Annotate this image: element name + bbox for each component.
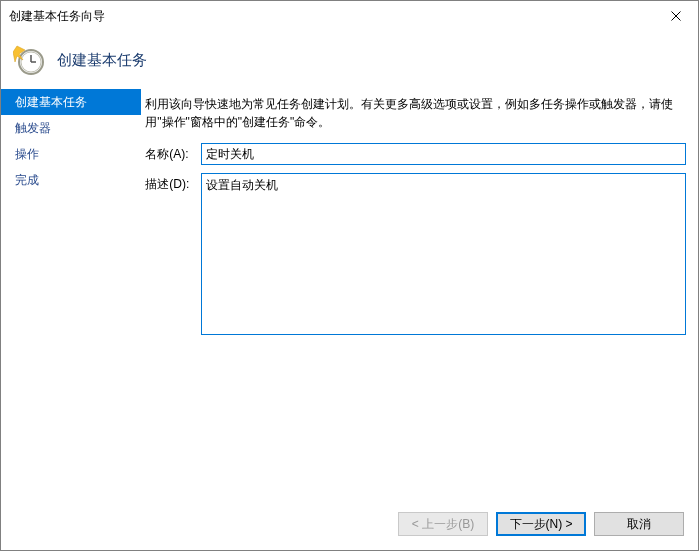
name-input[interactable] bbox=[201, 143, 686, 165]
wizard-heading: 创建基本任务 bbox=[57, 51, 147, 70]
instruction-text: 利用该向导快速地为常见任务创建计划。有关更多高级选项或设置，例如多任务操作或触发… bbox=[145, 95, 686, 131]
wizard-footer: < 上一步(B) 下一步(N) > 取消 bbox=[1, 498, 698, 550]
name-label: 名称(A): bbox=[145, 143, 201, 163]
step-finish[interactable]: 完成 bbox=[1, 167, 141, 193]
window-title: 创建基本任务向导 bbox=[9, 1, 105, 31]
back-button: < 上一步(B) bbox=[398, 512, 488, 536]
wizard-steps-sidebar: 创建基本任务 触发器 操作 完成 bbox=[1, 89, 141, 498]
step-trigger[interactable]: 触发器 bbox=[1, 115, 141, 141]
wizard-header: 创建基本任务 bbox=[1, 31, 698, 89]
cancel-button[interactable]: 取消 bbox=[594, 512, 684, 536]
wizard-window: 创建基本任务向导 创建基本任务 创建基本任务 触发器 操作 完成 bbox=[0, 0, 699, 551]
wizard-main: 创建基本任务 触发器 操作 完成 利用该向导快速地为常见任务创建计划。有关更多高… bbox=[1, 89, 698, 498]
task-scheduler-icon bbox=[13, 44, 47, 76]
wizard-content: 利用该向导快速地为常见任务创建计划。有关更多高级选项或设置，例如多任务操作或触发… bbox=[141, 89, 698, 498]
description-row: 描述(D): bbox=[145, 173, 686, 335]
close-button[interactable] bbox=[654, 2, 698, 31]
step-action[interactable]: 操作 bbox=[1, 141, 141, 167]
next-button[interactable]: 下一步(N) > bbox=[496, 512, 586, 536]
description-textarea[interactable] bbox=[201, 173, 686, 335]
close-icon bbox=[671, 11, 681, 21]
name-row: 名称(A): bbox=[145, 143, 686, 165]
description-label: 描述(D): bbox=[145, 173, 201, 193]
titlebar: 创建基本任务向导 bbox=[1, 1, 698, 31]
step-create-basic-task[interactable]: 创建基本任务 bbox=[1, 89, 141, 115]
